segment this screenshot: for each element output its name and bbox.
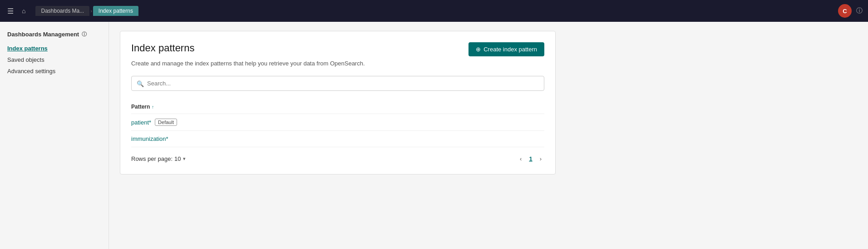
sidebar: Dashboards Management ⓘ Index patterns S… <box>0 22 109 249</box>
pattern-link-patient[interactable]: patient* <box>131 119 151 126</box>
avatar[interactable]: C <box>838 4 852 18</box>
default-badge: Default <box>155 119 177 126</box>
create-index-pattern-button[interactable]: ⊕ Create index pattern <box>469 42 544 56</box>
breadcrumbs: Dashboards Ma... › Index patterns <box>35 6 138 16</box>
page-navigation: ‹ 1 › <box>517 154 544 163</box>
sidebar-item-advanced-settings[interactable]: Advanced settings <box>7 66 101 76</box>
page-title: Index patterns <box>131 42 194 54</box>
sidebar-title: Dashboards Management ⓘ <box>7 31 101 38</box>
plus-icon: ⊕ <box>476 46 481 53</box>
main-layout: Dashboards Management ⓘ Index patterns S… <box>0 22 868 249</box>
sidebar-item-index-patterns[interactable]: Index patterns <box>7 43 101 54</box>
prev-page-button[interactable]: ‹ <box>517 154 524 163</box>
breadcrumb-dashboards-management[interactable]: Dashboards Ma... <box>35 6 89 16</box>
breadcrumb-index-patterns[interactable]: Index patterns <box>93 6 138 16</box>
help-icon[interactable]: ⓘ <box>856 7 863 15</box>
sidebar-nav: Index patterns Saved objects Advanced se… <box>7 43 101 76</box>
search-icon: 🔍 <box>137 80 144 87</box>
next-page-button[interactable]: › <box>537 154 544 163</box>
table-row[interactable]: immunization* <box>131 131 544 147</box>
pattern-link-immunization[interactable]: immunization* <box>131 135 168 142</box>
pagination-row: Rows per page: 10 ▾ ‹ 1 › <box>131 149 544 163</box>
sidebar-info-icon[interactable]: ⓘ <box>82 31 87 38</box>
search-wrapper: 🔍 <box>131 76 544 91</box>
content-card: Index patterns ⊕ Create index pattern Cr… <box>120 31 556 174</box>
current-page[interactable]: 1 <box>526 154 535 163</box>
content-area: Index patterns ⊕ Create index pattern Cr… <box>109 22 868 249</box>
card-header: Index patterns ⊕ Create index pattern <box>131 42 544 56</box>
top-navigation: ☰ ⌂ Dashboards Ma... › Index patterns C … <box>0 0 868 22</box>
table-row[interactable]: patient* Default <box>131 114 544 131</box>
home-icon[interactable]: ⌂ <box>19 5 28 16</box>
breadcrumb-separator: › <box>90 8 92 14</box>
hamburger-menu-icon[interactable]: ☰ <box>5 5 15 17</box>
sort-asc-icon: ↑ <box>152 105 154 110</box>
table-header: Pattern ↑ <box>131 100 544 114</box>
search-input[interactable] <box>131 76 544 91</box>
sidebar-item-saved-objects[interactable]: Saved objects <box>7 55 101 65</box>
card-description: Create and manage the index patterns tha… <box>131 60 544 67</box>
column-pattern-header[interactable]: Pattern ↑ <box>131 104 154 110</box>
rows-per-page-selector[interactable]: Rows per page: 10 ▾ <box>131 155 186 162</box>
chevron-down-icon: ▾ <box>183 156 186 162</box>
